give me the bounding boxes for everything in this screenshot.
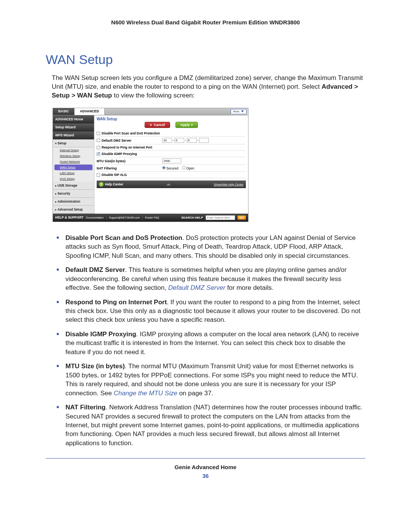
apply-button[interactable]: Apply▸ (175, 122, 198, 128)
search-help-label: SEARCH HELP (181, 216, 203, 219)
label-ping: Respond to Ping on Internet Port (102, 145, 152, 149)
sidebar-setup-header[interactable]: Setup (53, 139, 94, 147)
arrow-right-icon: ▸ (191, 123, 193, 126)
label-nat: NAT Filtering (97, 166, 117, 170)
bullet-nat-title: NAT Filtering (65, 404, 105, 411)
footer-chapter: Genie Advanced Home (46, 464, 365, 470)
sidebar-setup-wizard[interactable]: Setup Wizard (53, 123, 94, 131)
footer-bar: HELP & SUPPORT Documentation| Support@NE… (53, 214, 248, 222)
support-link[interactable]: Support@NETGEAR.com (109, 216, 140, 219)
bullet-dos-title: Disable Port Scan and DoS Protection (65, 234, 182, 241)
sidebar-wan-setup[interactable]: WAN Setup (54, 165, 92, 170)
bullet-dmz-title: Default DMZ Server (65, 266, 125, 273)
footer-divider (46, 458, 365, 459)
bullet-dmz: Default DMZ Server. This feature is some… (53, 265, 365, 292)
bullet-mtu-tail: on page 37. (177, 390, 213, 397)
panel-title: WAN Setup (97, 117, 246, 121)
sidebar-internet-setup[interactable]: Internet Setup (53, 147, 94, 153)
bullet-igmp: Disable IGMP Proxying. IGMP proxying all… (53, 330, 365, 356)
search-help-input[interactable] (206, 215, 235, 220)
dmz-octet-2[interactable] (174, 138, 184, 143)
dmz-octet-4[interactable] (199, 138, 209, 143)
help-center-bar[interactable]: ?Help Center Show/Hide Help Center (97, 181, 246, 188)
help-support-label: HELP & SUPPORT (55, 216, 83, 219)
sidebar-lan-setup[interactable]: LAN Setup (53, 170, 94, 176)
sidebar-advanced-setup[interactable]: Advanced Setup (53, 206, 94, 214)
label-mtu: MTU Size(in bytes) (97, 159, 126, 163)
cancel-label: Cancel (154, 123, 165, 127)
bullet-igmp-title: Disable IGMP Proxying (65, 331, 136, 338)
bullet-nat-text: . Network Address Translation (NAT) dete… (65, 404, 362, 447)
help-icon: ? (99, 182, 104, 187)
label-secured: Secured (166, 166, 178, 170)
checkbox-dos[interactable] (97, 132, 100, 135)
label-igmp: Disable IGMP Proxying (102, 152, 137, 156)
label-open: Open (186, 166, 194, 170)
intro-text-a: The WAN Setup screen lets you configure … (52, 74, 363, 90)
tab-advanced[interactable]: ADVANCED (75, 108, 105, 115)
section-title: WAN Setup (46, 52, 365, 67)
radio-secured[interactable] (162, 166, 166, 169)
sidebar-usb-storage[interactable]: USB Storage (53, 182, 94, 190)
dmz-ip-input: . . . (162, 138, 209, 143)
checkbox-dmz[interactable] (97, 139, 100, 142)
default-dmz-link[interactable]: Default DMZ Server (168, 284, 225, 291)
bullet-ping: Respond to Ping on Internet Port. If you… (53, 298, 365, 324)
auto-label: Auto (233, 110, 239, 113)
auto-refresh-select[interactable]: Auto (231, 109, 247, 114)
sidebar-advanced-home[interactable]: ADVANCED Home (53, 115, 94, 123)
sidebar-wireless-setup[interactable]: Wireless Setup (53, 153, 94, 159)
mtu-input[interactable] (162, 158, 181, 163)
label-dmz: Default DMZ Server (102, 139, 131, 142)
bullet-list: Disable Port Scan and DoS Protection. Do… (53, 233, 365, 448)
sidebar-qos-setup[interactable]: QoS Setup (53, 176, 94, 182)
change-mtu-link[interactable]: Change the MTU Size (114, 390, 177, 397)
intro-text-b: to view the following screen: (112, 92, 194, 99)
apply-label: Apply (180, 123, 190, 127)
intro-paragraph: The WAN Setup screen lets you configure … (52, 74, 365, 100)
router-ui-screenshot: BASIC ADVANCED Auto ADVANCED Home Setup … (53, 108, 249, 222)
page-number: 36 (46, 473, 365, 479)
tab-basic[interactable]: BASIC (53, 108, 75, 115)
sidebar-security[interactable]: Security (53, 190, 94, 198)
close-icon: ✕ (150, 123, 152, 127)
router-faq-link[interactable]: Router FAQ (145, 216, 159, 219)
bullet-ping-title: Respond to Ping on Internet Port (65, 299, 167, 306)
chevron-down-icon (241, 110, 244, 112)
checkbox-igmp[interactable] (97, 152, 100, 156)
dmz-octet-1[interactable] (162, 138, 172, 143)
documentation-link[interactable]: Documentation (86, 216, 104, 219)
checkbox-sip[interactable] (97, 173, 100, 177)
bullet-dos: Disable Port Scan and DoS Protection. Do… (53, 233, 365, 260)
go-button[interactable]: GO (237, 216, 246, 220)
sidebar-administration[interactable]: Administration (53, 198, 94, 206)
radio-open[interactable] (182, 166, 186, 169)
label-sip: Disable SIP ALG (102, 173, 127, 177)
cancel-button[interactable]: ✕Cancel (145, 122, 170, 128)
bullet-mtu: MTU Size (in bytes). The normal MTU (Max… (53, 362, 365, 398)
bullet-dmz-tail: for more details. (225, 284, 274, 291)
help-title: Help Center (105, 182, 123, 186)
document-header: N600 Wireless Dual Band Gigabit Router P… (46, 19, 365, 26)
show-hide-help-link[interactable]: Show/Hide Help Center (214, 183, 244, 186)
sidebar: ADVANCED Home Setup Wizard WPS Wizard Se… (53, 115, 94, 214)
main-panel: WAN Setup ✕Cancel Apply▸ Disable Port Sc… (94, 115, 248, 214)
sidebar-guest-network[interactable]: Guest Network (53, 159, 94, 165)
dmz-octet-3[interactable] (187, 138, 197, 143)
chevron-up-icon (166, 184, 171, 185)
bullet-mtu-title: MTU Size (in bytes) (65, 363, 125, 370)
checkbox-ping[interactable] (97, 146, 100, 149)
sidebar-wps-wizard[interactable]: WPS Wizard (53, 131, 94, 139)
label-dos: Disable Port Scan and DoS Protection (102, 131, 160, 135)
bullet-nat: NAT Filtering. Network Address Translati… (53, 403, 365, 447)
